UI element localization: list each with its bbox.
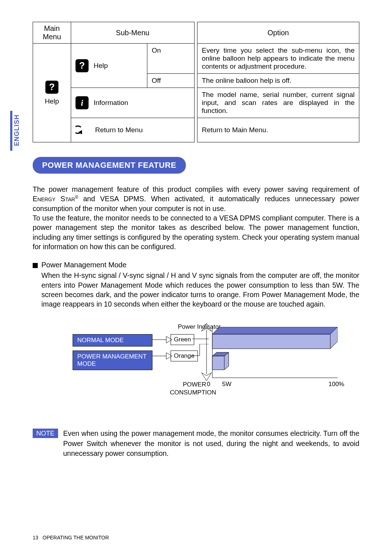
tick-5w: 5W: [222, 381, 232, 388]
tick-0: 0: [207, 381, 210, 388]
cell-info-desc: The model name, serial number, current s…: [197, 88, 359, 118]
sub-help-label: Help: [94, 62, 108, 70]
bullet-heading: Power Management Mode: [33, 261, 359, 269]
arrow-icon: [152, 334, 172, 345]
y-axis-line: [206, 330, 207, 374]
main-help-label: Help: [45, 97, 59, 105]
power-diagram: Power Indicator NORMAL MODE POWER MANAGE…: [54, 323, 359, 414]
section-title-pill: POWER MANAGEMENT FEATURE: [33, 157, 186, 174]
bar-chart: [211, 327, 338, 378]
power-consumption-label: POWER CONSUMPTION: [170, 381, 206, 396]
th-main: Main Menu: [33, 22, 71, 44]
sub-info-label: Information: [94, 99, 128, 107]
help-icon: ?: [45, 81, 58, 94]
footer-section-title: OPERATING THE MONITOR: [42, 535, 109, 540]
tick-100: 100%: [328, 381, 344, 388]
cell-off-desc: The online balloon help is off.: [197, 74, 359, 88]
green-box: Green: [171, 334, 194, 345]
cell-off: Off: [147, 74, 195, 88]
paragraph-2: To use the feature, the monitor needs to…: [33, 213, 359, 251]
pm-mode-box: POWER MANAGEMENT MODE: [73, 351, 152, 370]
page-footer: 13 OPERATING THE MONITOR: [33, 535, 109, 540]
return-icon: [75, 125, 90, 135]
menu-table: Main Menu Sub-Menu Option ? Help ? Help …: [33, 22, 359, 142]
paragraph-1: The power management feature of this pro…: [33, 185, 359, 213]
sub-return-label: Return to Menu: [95, 126, 143, 134]
note-block: NOTE Even when using the power managemen…: [33, 429, 359, 458]
main-cell-help: ? Help: [33, 44, 71, 142]
info-icon: i: [75, 96, 89, 109]
sub-cell-help: ? Help: [71, 44, 147, 88]
sub-cell-return: Return to Menu: [71, 118, 195, 142]
cell-on-desc: Every time you select the sub-menu icon,…: [197, 44, 359, 74]
note-text: Even when using the power management mod…: [63, 429, 359, 458]
normal-mode-box: NORMAL MODE: [73, 334, 152, 347]
th-option: Option: [197, 22, 359, 44]
help-icon: ?: [75, 59, 89, 72]
note-badge: NOTE: [33, 429, 58, 438]
bullet-body: When the H-sync signal / V-sync signal /…: [41, 271, 359, 309]
arrow-icon: [152, 351, 172, 361]
sub-cell-info: i Information: [71, 88, 195, 118]
cell-return-desc: Return to Main Menu.: [197, 118, 359, 142]
th-sub: Sub-Menu: [71, 22, 195, 44]
square-bullet-icon: [33, 263, 38, 268]
bullet-title: Power Management Mode: [41, 261, 127, 269]
footer-page-number: 13: [33, 535, 38, 540]
cell-on: On: [147, 44, 195, 74]
